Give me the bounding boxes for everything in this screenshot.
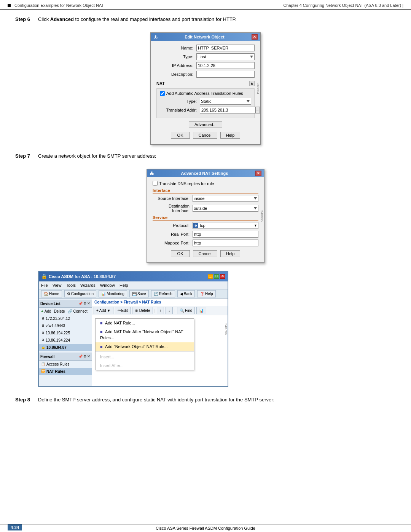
asdm-content: Configuration > Firewall > NAT Rules + A… <box>92 299 228 386</box>
name-input[interactable] <box>196 45 255 51</box>
toolbar-config-btn[interactable]: ⚙ Configuration <box>64 290 96 297</box>
toolbar-back-btn[interactable]: ◀ Back <box>177 290 195 297</box>
side-label-2: 248805 <box>260 210 264 222</box>
menu-tools[interactable]: Tools <box>66 282 76 289</box>
dest-interface-select[interactable]: outside <box>193 205 258 212</box>
edit-network-help-button[interactable]: Help <box>220 132 241 139</box>
content-edit-btn[interactable]: ✏ Edit <box>115 307 131 314</box>
menu-window[interactable]: Window <box>100 282 115 289</box>
edit-network-cancel-button[interactable]: Cancel <box>193 132 217 139</box>
ip-input[interactable] <box>196 62 255 69</box>
asdm-maximize-btn[interactable]: □ <box>214 274 219 279</box>
edit-network-dialog-container: 🖧 Edit Network Object ✕ Name: Type: Host <box>15 32 396 145</box>
translated-input[interactable] <box>200 107 255 113</box>
asdm-breadcrumb[interactable]: Configuration > Firewall > NAT Rules <box>92 299 228 306</box>
protocol-row: Protocol: ⊕ tcp tcp ▼ <box>153 222 258 229</box>
nat-checkbox-row: Add Automatic Address Translation Rules <box>160 91 251 96</box>
toolbar-monitoring-btn[interactable]: 📊 Monitoring <box>99 290 127 297</box>
move-down-btn[interactable]: ↓ <box>166 307 173 314</box>
edit-network-ok-button[interactable]: OK <box>171 132 190 139</box>
sidebar-device-2[interactable]: 🖥 vfw1:49443 <box>39 322 92 329</box>
help-icon: ❓ <box>200 291 204 297</box>
advanced-button[interactable]: Advanced... <box>189 121 222 128</box>
nat-collapse-button[interactable]: ▲ <box>249 81 255 86</box>
toolbar-home-btn[interactable]: 🏠 Home <box>41 290 62 297</box>
diagram-btn[interactable]: 📊 <box>196 307 206 314</box>
type-select[interactable]: Host <box>196 53 255 60</box>
asdm-title-left: 🔒 Cisco ASDM for ASA - 10.86.94.87 <box>41 273 116 280</box>
content-delete-icon: 🗑 <box>135 308 139 313</box>
translated-row: Translated Addr: … <box>160 107 251 113</box>
pin-icon[interactable]: 📌 <box>78 301 83 307</box>
device-1-text: 172.23.204.12 <box>46 316 70 321</box>
firewall-pin-icon[interactable]: 📌 <box>78 354 83 359</box>
desc-label: Description: <box>156 72 196 77</box>
add-device-row[interactable]: + Add Delete 🔗 Connect <box>39 308 92 315</box>
sidebar-gear-icon[interactable]: ⚙ <box>83 301 86 307</box>
advanced-nat-title-text: Advanced NAT Settings <box>181 171 228 176</box>
sidebar-device-3[interactable]: 🖥 10.86.194.225 <box>39 329 92 337</box>
device-3-icon: 🖥 <box>41 331 45 336</box>
edit-network-close-button[interactable]: ✕ <box>252 34 258 40</box>
connect-label: Connect <box>73 308 88 314</box>
content-delete-btn[interactable]: 🗑 Delete <box>132 307 153 314</box>
advanced-nat-ok-button[interactable]: OK <box>171 250 190 257</box>
source-interface-select[interactable]: inside <box>193 195 258 202</box>
sidebar-close-icon[interactable]: ✕ <box>87 301 90 307</box>
mapped-port-label: Mapped Port: <box>153 241 193 245</box>
toolbar-save-btn[interactable]: 💾 Save <box>129 290 149 297</box>
content-add-btn[interactable]: + Add ▼ <box>94 307 113 314</box>
context-add-network-object-nat[interactable]: ■ Add "Network Object" NAT Rule... <box>96 342 194 351</box>
context-menu: ■ Add NAT Rule... ■ Add NAT Rule After "… <box>95 318 194 370</box>
menu-wizards[interactable]: Wizards <box>80 282 96 289</box>
sidebar-device-4[interactable]: 🖥 10.86.194.224 <box>39 337 92 344</box>
step-7-label: Step 7 <box>15 152 38 159</box>
content-find-btn[interactable]: 🔍 Find <box>177 307 195 314</box>
content-find-icon: 🔍 <box>180 308 184 313</box>
toolbar-help-btn[interactable]: ❓ Help <box>197 290 216 297</box>
desc-input[interactable] <box>196 71 255 78</box>
connect-icon: 🔗 <box>68 308 72 314</box>
header-left: Configuration Examples for Network Objec… <box>8 3 104 8</box>
context-add-nat-rule[interactable]: ■ Add NAT Rule... <box>96 319 194 328</box>
sidebar-device-1[interactable]: 🖥 172.23.204.12 <box>39 315 92 322</box>
advanced-nat-cancel-button[interactable]: Cancel <box>193 250 217 257</box>
asdm-window-controls: _ □ ✕ <box>208 274 225 279</box>
context-add-nat-rule-after[interactable]: ■ Add NAT Rule After "Network Object" NA… <box>96 328 194 342</box>
menu-help[interactable]: Help <box>119 282 128 289</box>
monitoring-icon: 📊 <box>101 291 106 297</box>
refresh-icon: 🔄 <box>154 291 158 297</box>
advanced-nat-dialog-container: 🖧 Advanced NAT Settings ✕ Translate DNS … <box>15 169 396 263</box>
firewall-settings-icon[interactable]: ⚙ <box>83 354 86 359</box>
sidebar-access-rules[interactable]: 📋 Access Rules <box>39 361 92 368</box>
asdm-minimize-btn[interactable]: _ <box>208 274 213 279</box>
toolbar-save-label: Save <box>137 291 146 297</box>
toolbar-monitoring-label: Monitoring <box>107 291 124 297</box>
translated-ellipsis-button[interactable]: … <box>255 107 260 113</box>
add-nat-rule-icon: ■ <box>100 321 103 325</box>
toolbar-refresh-btn[interactable]: 🔄 Refresh <box>151 290 175 297</box>
edit-network-wrapper: 🖧 Edit Network Object ✕ Name: Type: Host <box>150 32 261 145</box>
config-icon: ⚙ <box>67 291 70 297</box>
add-network-object-icon: ■ <box>100 344 103 349</box>
menu-view[interactable]: View <box>53 282 62 289</box>
sidebar-nat-rules[interactable]: 🔀 NAT Rules <box>39 368 92 375</box>
real-port-input[interactable] <box>193 231 258 238</box>
nat-type-select[interactable]: Static <box>200 98 251 105</box>
menu-file[interactable]: File <box>41 282 48 289</box>
move-up-btn[interactable]: ↑ <box>157 307 164 314</box>
type-label: Type: <box>156 54 196 59</box>
firewall-close-icon[interactable]: ✕ <box>87 354 90 359</box>
advanced-nat-close-button[interactable]: ✕ <box>255 171 261 176</box>
access-rules-text: Access Rules <box>46 361 70 367</box>
asdm-close-btn[interactable]: ✕ <box>220 274 225 279</box>
edit-network-titlebar: 🖧 Edit Network Object ✕ <box>151 33 260 41</box>
dns-checkbox[interactable] <box>153 181 158 186</box>
mapped-port-input[interactable] <box>193 240 258 246</box>
nat-checkbox[interactable] <box>160 91 165 96</box>
advanced-nat-help-button[interactable]: Help <box>220 250 241 257</box>
source-interface-row: Source Interface: inside <box>153 195 258 202</box>
edit-network-title-text: Edit Network Object <box>185 35 225 39</box>
advanced-nat-buttons: OK Cancel Help <box>153 250 258 259</box>
sidebar-device-5[interactable]: 🔒 10.86.94.87 <box>39 344 92 351</box>
